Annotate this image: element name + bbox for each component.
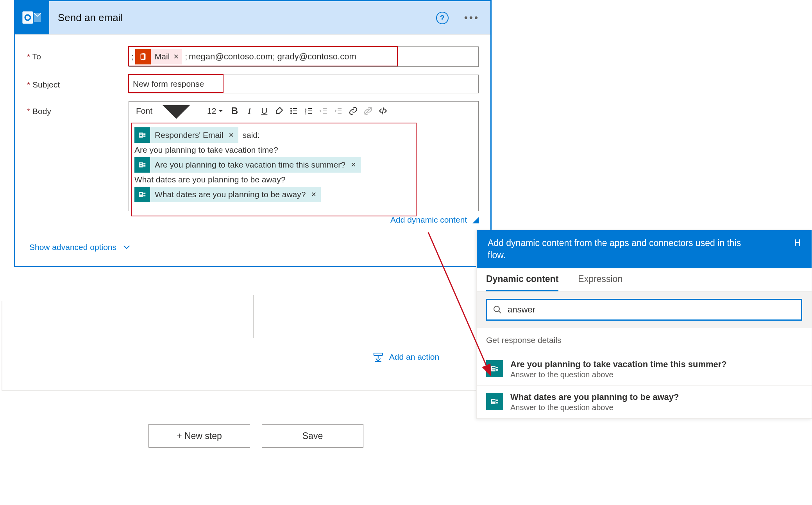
to-label: To [27, 46, 129, 67]
to-input[interactable]: ; Mail × ; megan@contoso.com; grady@cont… [129, 46, 479, 67]
search-value: answer [508, 305, 535, 315]
group-header: Get response details [477, 328, 812, 353]
tab-expression[interactable]: Expression [578, 274, 622, 291]
remove-token-icon[interactable]: × [173, 52, 179, 62]
subject-value-text: New form response [133, 79, 204, 89]
search-input[interactable]: answer [486, 299, 802, 321]
body-editor[interactable]: Responders' Email × said: Are you planni… [129, 120, 478, 211]
add-action-button[interactable]: Add an action [373, 352, 439, 362]
link-button[interactable] [347, 104, 360, 118]
outlook-icon [14, 1, 49, 34]
indent-button[interactable] [332, 104, 345, 118]
text-cursor [541, 304, 541, 315]
italic-button[interactable]: I [243, 104, 256, 118]
highlight-button[interactable] [272, 104, 286, 118]
body-text: What dates are you planning to be away? [134, 175, 473, 184]
forms-icon [134, 157, 150, 173]
card-title: Send an email [49, 12, 436, 24]
dynamic-content-panel: Add dynamic content from the apps and co… [476, 230, 812, 419]
more-menu-icon[interactable]: ••• [464, 12, 479, 24]
forms-icon [486, 393, 503, 410]
remove-token-icon[interactable]: × [229, 130, 234, 140]
help-icon[interactable]: ? [436, 12, 449, 24]
dynamic-token-responder-email[interactable]: Responders' Email × [134, 127, 238, 143]
token-label: Are you planning to take vacation time t… [155, 160, 345, 170]
hide-link[interactable]: H [794, 237, 801, 249]
token-label: Mail [155, 52, 170, 61]
dynamic-content-item[interactable]: Are you planning to take vacation time t… [477, 353, 812, 386]
underline-button[interactable]: U [258, 104, 271, 118]
add-action-label: Add an action [389, 352, 439, 362]
body-text: Are you planning to take vacation time? [134, 145, 473, 155]
to-value-text: megan@contoso.com; grady@contoso.com [189, 52, 356, 62]
add-action-icon [373, 352, 384, 362]
add-dynamic-content-link[interactable]: Add dynamic content [390, 215, 479, 224]
search-icon [493, 305, 502, 314]
new-step-button[interactable]: + New step [148, 424, 250, 448]
remove-token-icon[interactable]: × [351, 160, 356, 170]
show-advanced-options-link[interactable]: Show advanced options [27, 243, 131, 254]
card-header[interactable]: Send an email ? ••• [15, 1, 490, 35]
unlink-button[interactable] [361, 104, 375, 118]
save-button[interactable]: Save [262, 424, 363, 448]
dynamic-content-item[interactable]: What dates are you planning to be away? … [477, 386, 812, 419]
panel-header: Add dynamic content from the apps and co… [477, 230, 812, 268]
rich-text-toolbar: Font 12 B I U [129, 102, 478, 120]
outdent-button[interactable] [317, 104, 330, 118]
body-label: Body [27, 101, 129, 116]
office-icon [135, 49, 151, 64]
bold-button[interactable]: B [228, 104, 241, 118]
dynamic-token-mail[interactable]: Mail × [135, 49, 182, 64]
action-card-send-email: Send an email ? ••• To ; Mail × ; megan@… [14, 0, 492, 267]
numbered-list-button[interactable] [302, 104, 315, 118]
item-title: What dates are you planning to be away? [510, 392, 679, 402]
forms-icon [486, 360, 503, 377]
dynamic-token-q2[interactable]: What dates are you planning to be away? … [134, 187, 321, 202]
tab-dynamic-content[interactable]: Dynamic content [486, 274, 558, 291]
bullet-list-button[interactable] [287, 104, 300, 118]
forms-icon [134, 127, 150, 143]
item-title: Are you planning to take vacation time t… [510, 359, 727, 369]
token-label: What dates are you planning to be away? [155, 190, 306, 199]
item-subtitle: Answer to the question above [510, 403, 679, 412]
subject-input[interactable]: New form response [129, 75, 479, 93]
remove-token-icon[interactable]: × [311, 189, 316, 200]
caret-icon [472, 217, 479, 223]
font-family-dropdown[interactable]: Font [133, 104, 203, 118]
item-subtitle: Answer to the question above [510, 370, 727, 379]
dynamic-token-q1[interactable]: Are you planning to take vacation time t… [134, 157, 361, 173]
body-editor-wrap: Font 12 B I U [129, 101, 479, 211]
connector-line [253, 295, 254, 338]
body-text: said: [242, 130, 259, 140]
forms-icon [134, 187, 150, 202]
code-view-button[interactable] [376, 104, 390, 118]
subject-label: Subject [27, 75, 129, 93]
chevron-down-icon [123, 243, 131, 251]
token-label: Responders' Email [155, 130, 224, 140]
font-size-dropdown[interactable]: 12 [205, 104, 226, 118]
